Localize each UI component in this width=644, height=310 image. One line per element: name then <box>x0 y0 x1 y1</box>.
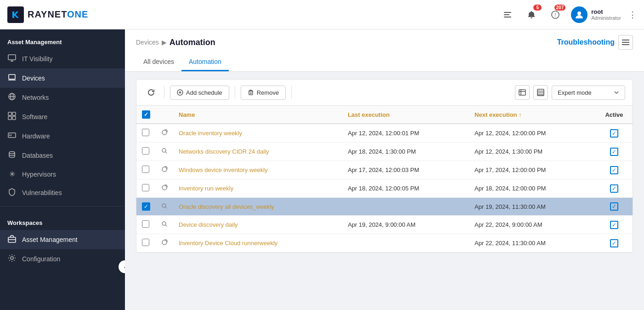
breadcrumb-devices-link[interactable]: Devices <box>136 39 159 46</box>
tab-automation[interactable]: Automation <box>181 53 229 71</box>
row-checkbox[interactable] <box>142 239 149 246</box>
menu-line-2 <box>622 42 629 43</box>
row-check-cell[interactable] <box>136 161 156 179</box>
row-icon-cell <box>156 161 173 179</box>
logo-text: RAYNETONE <box>28 9 88 20</box>
toolbar-icon-btn-1[interactable] <box>515 85 530 100</box>
sidebar-item-configuration[interactable]: Configuration <box>0 249 125 269</box>
row-type-icon <box>161 185 168 192</box>
row-check-cell[interactable] <box>136 124 156 143</box>
row-checkbox[interactable] <box>142 220 149 228</box>
svg-rect-1 <box>504 14 509 15</box>
row-name[interactable]: Networks discovery CIDR 24 daily <box>179 148 269 155</box>
row-name[interactable]: Inventory run weekly <box>179 185 233 192</box>
svg-rect-12 <box>12 112 16 115</box>
table-row: Inventory run weekly Apr 18, 2024, 12:00… <box>136 179 633 198</box>
alerts-btn[interactable]: ! 207 <box>547 6 564 23</box>
row-name[interactable]: Oracle discovery all devices_weekly <box>179 203 274 210</box>
row-name-cell: Oracle discovery all devices_weekly <box>173 198 342 216</box>
sidebar-label-networks: Networks <box>22 94 49 101</box>
row-name-cell: Device discovery daily <box>173 216 342 234</box>
row-active-check: ✓ <box>610 184 618 193</box>
table-container: Add schedule Remove <box>125 72 644 310</box>
row-check-cell[interactable] <box>136 179 156 198</box>
row-name-cell: Windows device inventory weekly <box>173 161 342 179</box>
row-icon-cell <box>156 143 173 161</box>
expert-mode-select[interactable]: Expert mode <box>552 86 625 100</box>
content-area: Devices ▶ Automation Troubleshooting All… <box>125 29 644 310</box>
svg-line-40 <box>165 225 167 226</box>
row-name[interactable]: Oracle inventory weekly <box>179 130 242 137</box>
sidebar-item-networks[interactable]: Networks <box>0 88 125 107</box>
sidebar-item-it-visibility[interactable]: IT Visibility <box>0 49 125 69</box>
row-check-cell[interactable] <box>136 216 156 234</box>
alerts-badge: 207 <box>554 5 566 11</box>
row-check-cell[interactable]: ✓ <box>136 198 156 216</box>
svg-point-21 <box>11 257 13 259</box>
row-last-exec-cell: Apr 17, 2024, 12:00:03 PM <box>342 161 469 179</box>
sidebar-item-software[interactable]: Software <box>0 107 125 126</box>
row-name-cell: Oracle inventory weekly <box>173 124 342 143</box>
page-menu-btn[interactable] <box>618 35 633 50</box>
toolbar-icon-btn-2[interactable] <box>533 85 548 100</box>
row-name[interactable]: Windows device inventory weekly <box>179 166 268 173</box>
sidebar-item-hardware[interactable]: Hardware <box>0 126 125 146</box>
row-name[interactable]: Device discovery daily <box>179 221 238 228</box>
user-name: root <box>591 8 621 15</box>
sidebar-item-hypervisors[interactable]: ✳ Hypervisors <box>0 165 125 183</box>
menu-line-1 <box>622 40 629 40</box>
col-name: Name <box>173 106 342 124</box>
sidebar-item-databases[interactable]: Databases <box>0 146 125 165</box>
menu-icon-btn[interactable] <box>499 6 516 23</box>
row-active-check: ✓ <box>610 239 618 247</box>
col-last-execution: Last execution <box>342 106 469 124</box>
table-toolbar: Add schedule Remove <box>136 80 633 106</box>
sidebar-label-hypervisors: Hypervisors <box>22 171 56 178</box>
table-card: Add schedule Remove <box>136 79 633 253</box>
tab-all-devices[interactable]: All devices <box>136 53 181 71</box>
table-row: ✓ Oracle discovery all devices_weekly Ap… <box>136 198 633 216</box>
row-last-exec-cell: Apr 12, 2024, 12:00:01 PM <box>342 124 469 143</box>
laptop-icon <box>7 73 17 83</box>
notifications-btn[interactable]: 5 <box>523 6 540 23</box>
page-header: Devices ▶ Automation Troubleshooting All… <box>125 29 644 72</box>
row-active-cell: ✓ <box>596 179 633 198</box>
row-type-icon <box>161 166 168 174</box>
row-name-cell: Inventory run weekly <box>173 179 342 198</box>
svg-rect-14 <box>12 116 16 120</box>
col-next-execution: Next execution ↑ <box>469 106 596 124</box>
sidebar-item-devices[interactable]: Devices <box>0 69 125 88</box>
table-header-row: ✓ Name Last execution Next execution ↑ A… <box>136 106 633 124</box>
svg-point-18 <box>9 152 15 154</box>
add-schedule-btn[interactable]: Add schedule <box>170 86 229 100</box>
row-checkbox[interactable] <box>142 147 149 155</box>
troubleshooting-btn[interactable]: Troubleshooting <box>557 38 615 46</box>
sidebar-item-asset-management[interactable]: Asset Management <box>0 230 125 249</box>
row-checkbox[interactable] <box>142 184 149 191</box>
row-active-cell: ✓ <box>596 161 633 179</box>
table-body: Oracle inventory weekly Apr 12, 2024, 12… <box>136 124 633 253</box>
more-options-btn[interactable]: ⋮ <box>628 10 637 20</box>
sidebar: Asset Management IT Visibility Devices <box>0 29 125 310</box>
row-check-cell[interactable] <box>136 143 156 161</box>
row-active-cell: ✓ <box>596 216 633 234</box>
sidebar-item-vulnerabilities[interactable]: Vulnerabilities <box>0 183 125 202</box>
refresh-btn[interactable] <box>144 85 158 100</box>
user-area[interactable]: root Administrator <box>571 6 621 23</box>
user-role: Administrator <box>591 15 621 21</box>
row-name[interactable]: Inventory Device Cloud runnerweekly <box>179 240 277 247</box>
row-name-cell: Inventory Device Cloud runnerweekly <box>173 234 342 253</box>
row-checkbox-selected[interactable]: ✓ <box>142 202 150 211</box>
row-check-cell[interactable] <box>136 234 156 253</box>
row-last-exec-cell <box>342 234 469 253</box>
sidebar-label-hardware: Hardware <box>22 132 50 140</box>
table-row: Networks discovery CIDR 24 daily Apr 18,… <box>136 143 633 161</box>
row-next-exec-cell: Apr 18, 2024, 12:00:00 PM <box>469 179 596 198</box>
row-active-cell: ✓ <box>596 124 633 143</box>
remove-btn[interactable]: Remove <box>241 86 286 100</box>
svg-point-5 <box>577 11 581 15</box>
svg-rect-28 <box>519 90 525 95</box>
select-all-checkbox[interactable]: ✓ <box>142 110 150 119</box>
row-checkbox[interactable] <box>142 129 149 136</box>
row-checkbox[interactable] <box>142 166 149 173</box>
